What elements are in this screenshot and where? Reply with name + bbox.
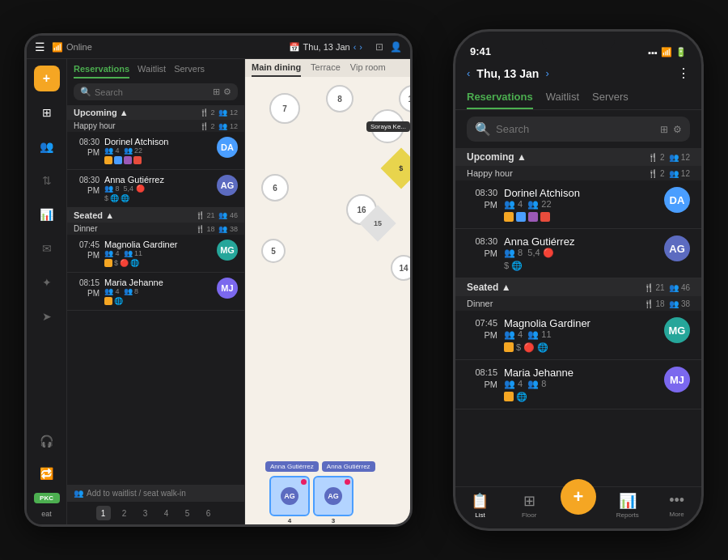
floor-tab-main[interactable]: Main dining bbox=[252, 62, 301, 77]
phone-res-tags: 🌐 bbox=[504, 392, 658, 402]
tab-reservations[interactable]: Reservations bbox=[74, 64, 129, 78]
reservation-item[interactable]: 07:45PM Magnolia Gardiner 👥 4 👥 11 $ 🔴 🌐 bbox=[67, 235, 244, 273]
hamburger-icon[interactable]: ☰ bbox=[35, 40, 45, 53]
walksin-bar[interactable]: 👥 Add to waitlist / seat walk-in bbox=[67, 485, 244, 502]
phone-forward-btn[interactable]: › bbox=[545, 67, 548, 79]
add-button[interactable]: + bbox=[34, 66, 60, 91]
page-6[interactable]: 6 bbox=[201, 506, 216, 520]
page-5[interactable]: 5 bbox=[180, 506, 195, 520]
phone-res-info: Maria Jehanne 👥 4 👥 8 🌐 bbox=[504, 367, 658, 402]
sidebar-item-arrow[interactable]: ➤ bbox=[34, 303, 60, 329]
next-btn[interactable]: › bbox=[359, 42, 362, 52]
phone-nav-floor[interactable]: ⊞ Floor bbox=[505, 492, 554, 519]
phone-res-info: Magnolia Gardiner 👥 4 👥 11 $ 🔴 🌐 bbox=[504, 317, 658, 353]
reservation-list: Upcoming ▲ 🍴 2 👥 12 Happy hour 🍴 2 👥 12 … bbox=[67, 105, 244, 485]
phone-search-icons: ⊞ ⚙ bbox=[660, 124, 682, 135]
tab-waitlist[interactable]: Waitlist bbox=[138, 64, 166, 78]
dinner-header: Dinner 🍴 18 👥 38 bbox=[67, 223, 244, 235]
reservations-panel: Reservations Waitlist Servers 🔍 ⊞ ⚙ bbox=[67, 59, 245, 524]
search-bar[interactable]: 🔍 ⊞ ⚙ bbox=[74, 83, 238, 100]
phone-upcoming-title: Upcoming ▲ bbox=[467, 151, 527, 163]
selected-table-4[interactable]: AG 4 bbox=[269, 476, 310, 516]
phone-dinner-stats: 🍴 18 👥 38 bbox=[644, 299, 690, 308]
tag-blue bbox=[516, 212, 526, 222]
phone-nav-list[interactable]: 📋 List bbox=[455, 492, 505, 519]
selected-tables[interactable]: AG 4 AG 3 bbox=[269, 476, 353, 516]
seated-section-header: Seated ▲ 🍴 21 👥 46 bbox=[67, 208, 244, 223]
more-label: More bbox=[669, 511, 684, 518]
phone-search-bar[interactable]: 🔍 ⊞ ⚙ bbox=[467, 117, 690, 142]
table-diamond[interactable]: $ bbox=[387, 154, 410, 183]
sidebar-item-sort[interactable]: ⇅ bbox=[34, 168, 60, 193]
phone-reservation-item[interactable]: 07:45PM Magnolia Gardiner 👥 4 👥 11 $ 🔴 🌐… bbox=[455, 311, 701, 360]
table-6[interactable]: 6 bbox=[261, 174, 289, 202]
phone-res-info: Dorinel Atchison 👥 4 👥 22 bbox=[504, 187, 658, 222]
sidebar-item-mail[interactable]: ✉ bbox=[34, 235, 60, 261]
page-1[interactable]: 1 bbox=[96, 506, 111, 520]
add-button[interactable]: + bbox=[561, 479, 596, 515]
sidebar-item-toggle[interactable]: 🔁 bbox=[34, 460, 60, 486]
res-meta: 👥 4 👥 11 bbox=[104, 249, 212, 257]
page-2[interactable]: 2 bbox=[117, 506, 132, 520]
sidebar-item-grid[interactable]: ⊞ bbox=[34, 100, 60, 125]
sidebar-item-chart[interactable]: 📊 bbox=[34, 202, 60, 227]
reservation-item[interactable]: 08:30PM Dorinel Atchison 👥 4 👥 22 bbox=[67, 132, 244, 170]
tab-servers[interactable]: Servers bbox=[174, 64, 205, 78]
phone-nav-reports[interactable]: 📊 Reports bbox=[603, 492, 652, 519]
phone-res-time: 07:45PM bbox=[467, 317, 497, 342]
phone-res-avatar: DA bbox=[664, 187, 690, 213]
phone-nav-more[interactable]: ••• More bbox=[652, 492, 701, 519]
page-4[interactable]: 4 bbox=[159, 506, 174, 520]
res-tags bbox=[104, 156, 212, 164]
sidebar-item-star[interactable]: ✦ bbox=[34, 269, 60, 295]
prev-btn[interactable]: ‹ bbox=[353, 42, 357, 52]
floor-tab-vip[interactable]: Vip room bbox=[350, 62, 386, 77]
table-15[interactable]: 15 bbox=[365, 210, 391, 236]
phone-nav-add[interactable]: + bbox=[554, 492, 603, 519]
phone-header: ‹ Thu, 13 Jan › ⋮ bbox=[455, 61, 701, 86]
phone-dinner-title: Dinner bbox=[467, 299, 493, 308]
phone-back-btn[interactable]: ‹ bbox=[467, 67, 470, 79]
phone-reservation-item[interactable]: 08:15PM Maria Jehanne 👥 4 👥 8 🌐 MJ bbox=[455, 360, 701, 409]
page-3[interactable]: 3 bbox=[138, 506, 153, 520]
tag-globe2: 🌐 bbox=[121, 194, 129, 202]
sort-icon[interactable]: ⚙ bbox=[223, 87, 231, 97]
phone-reservation-item[interactable]: 08:30PM Dorinel Atchison 👥 4 👥 22 DA bbox=[455, 180, 701, 229]
reservation-item[interactable]: 08:15PM Maria Jehanne 👥 4 👥 8 🌐 MJ bbox=[67, 273, 244, 311]
phone-sort-icon[interactable]: ⚙ bbox=[673, 124, 682, 135]
phone-tab-waitlist[interactable]: Waitlist bbox=[546, 91, 579, 109]
filter-icon[interactable]: ⊞ bbox=[213, 87, 220, 97]
sidebar-item-people[interactable]: 👥 bbox=[34, 134, 60, 159]
phone-tab-servers[interactable]: Servers bbox=[592, 91, 629, 109]
res-meta: 👥 4 👥 8 bbox=[104, 287, 212, 295]
phone-dinner-header: Dinner 🍴 18 👥 38 bbox=[455, 296, 701, 311]
phone-more-btn[interactable]: ⋮ bbox=[677, 66, 690, 81]
reservation-item[interactable]: 08:30PM Anna Gutiérrez 👥 8 5,4 🔴 $ 🌐 🌐 A… bbox=[67, 170, 244, 208]
happy-hour-title: Happy hour bbox=[74, 121, 116, 130]
pagination: 1 2 3 4 5 6 bbox=[67, 502, 244, 524]
table-7[interactable]: 7 bbox=[269, 93, 300, 124]
table-14[interactable]: 14 bbox=[391, 255, 410, 281]
phone-reservation-item[interactable]: 08:30PM Anna Gutiérrez 👥 8 5,4 🔴 $ 🌐 AG bbox=[455, 229, 701, 278]
floor-tab-terrace[interactable]: Terrace bbox=[311, 62, 341, 77]
account-icon[interactable]: 👤 bbox=[390, 41, 402, 53]
screen-icon[interactable]: ⊡ bbox=[375, 41, 383, 53]
table-8[interactable]: 8 bbox=[326, 85, 353, 112]
table-10[interactable]: 10 bbox=[399, 85, 410, 112]
list-label: List bbox=[475, 511, 485, 519]
tag-blue bbox=[114, 156, 122, 164]
phone-tab-reservations[interactable]: Reservations bbox=[467, 91, 533, 109]
seated-stats: 🍴 21 👥 46 bbox=[196, 211, 238, 219]
selected-table-3[interactable]: AG 3 bbox=[313, 476, 353, 516]
floor-map[interactable]: 7 8 9 10 Soraya Ke... bbox=[245, 77, 410, 524]
phone-search-input[interactable] bbox=[496, 123, 655, 135]
table-5[interactable]: 5 bbox=[261, 239, 286, 263]
search-input[interactable] bbox=[95, 87, 210, 97]
tag-globe: 🌐 bbox=[130, 259, 139, 267]
more-icon: ••• bbox=[669, 492, 684, 509]
phone-filter-icon[interactable]: ⊞ bbox=[660, 124, 668, 135]
phone-res-name: Dorinel Atchison bbox=[504, 187, 658, 199]
tag-orange bbox=[104, 259, 112, 267]
sidebar-item-bag[interactable]: 🎧 bbox=[34, 428, 60, 454]
phone-time: 9:41 bbox=[470, 45, 491, 57]
